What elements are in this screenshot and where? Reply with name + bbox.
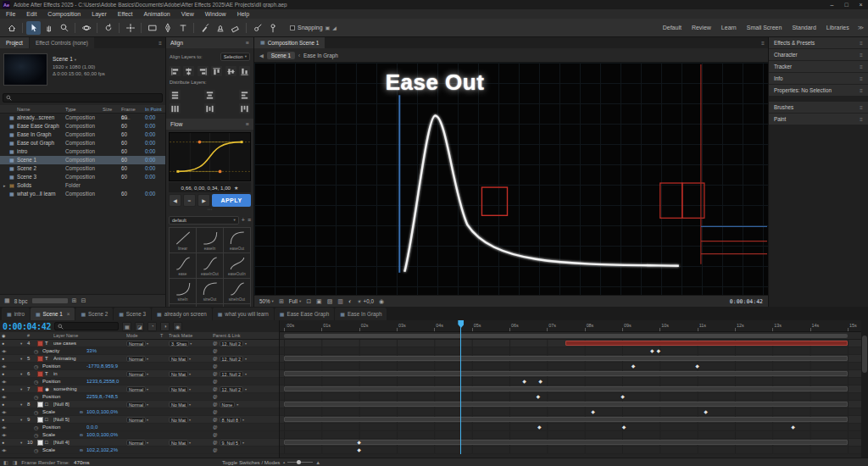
- timeline-layer-row[interactable]: ● ▾ 9 □ [Null 5] Normal▾ No Mat▾ @8. Nul…: [0, 416, 279, 424]
- property-value[interactable]: 33%: [86, 348, 213, 353]
- layer-visibility-icon[interactable]: ●: [2, 386, 20, 391]
- clone-stamp-tool[interactable]: [213, 21, 227, 35]
- comp-timecode[interactable]: 0:00:04:42: [730, 298, 763, 305]
- pick-whip-icon[interactable]: @: [213, 447, 218, 452]
- pick-whip-icon[interactable]: @: [213, 432, 218, 437]
- track-matte-dropdown[interactable]: No Mat▾: [169, 402, 213, 408]
- timeline-zoom-slider[interactable]: ▴ ▲: [283, 460, 320, 465]
- layer-duration-bar[interactable]: [565, 341, 847, 346]
- cursor-tool[interactable]: [26, 21, 41, 35]
- rotate-tool[interactable]: [101, 21, 115, 35]
- property-value[interactable]: 100,0,100,0%: [86, 432, 213, 437]
- timeline-lane[interactable]: ◆: [280, 439, 861, 447]
- pick-whip-icon[interactable]: @: [213, 379, 218, 384]
- distribute-top-button[interactable]: [170, 90, 181, 100]
- panel-menu-icon[interactable]: ≡: [246, 119, 249, 130]
- timeline-property-row[interactable]: ‹◆› ◷ Opacity 33% @: [0, 347, 279, 355]
- panel-character[interactable]: Character≡: [769, 49, 868, 60]
- motion-blur-button[interactable]: ◉: [173, 322, 182, 331]
- expander-icon[interactable]: ▾: [20, 402, 27, 407]
- timeline-lane[interactable]: [280, 431, 861, 439]
- property-value[interactable]: 2259,8,-748,5: [86, 394, 213, 399]
- keyframe-navigator[interactable]: ‹◆›: [2, 380, 20, 384]
- mode-dropdown[interactable]: Normal▾: [126, 356, 160, 362]
- panel-info[interactable]: Info≡: [769, 73, 868, 84]
- timeline-property-row[interactable]: ‹◆› ◷ Position 1233,6,2558,0 @: [0, 378, 279, 386]
- breadcrumb-scene[interactable]: Scene 1: [267, 52, 295, 59]
- timeline-scrollbar[interactable]: [861, 320, 868, 458]
- property-name[interactable]: Scale: [42, 409, 80, 414]
- align-panel-header[interactable]: Align ≡: [166, 37, 253, 48]
- timeline-lane[interactable]: ◆◆: [280, 408, 861, 416]
- project-item-row[interactable]: ▦ intro Composition 60 0:00: [0, 147, 165, 156]
- keyframe-icon[interactable]: ◆: [704, 408, 708, 416]
- layer-duration-bar[interactable]: [284, 402, 848, 407]
- property-pickwhip[interactable]: @: [213, 363, 279, 369]
- composition-mini-flowchart-button[interactable]: ▦: [122, 322, 131, 331]
- project-item-row[interactable]: ▦ Scene 3 Composition 60 0:00: [0, 173, 165, 181]
- align-bottom-button[interactable]: [239, 66, 250, 76]
- parent-link-dropdown[interactable]: @12. Null 2▾: [213, 341, 279, 347]
- project-item-row[interactable]: ▦ Ease In Graph Composition 60 0:00: [0, 130, 165, 139]
- property-pickwhip[interactable]: @: [213, 379, 279, 384]
- column-inpoint[interactable]: In Point: [145, 105, 165, 113]
- workspace-review[interactable]: Review: [692, 25, 711, 31]
- keyframe-navigator[interactable]: ‹◆›: [2, 410, 20, 414]
- project-flowchart-icon[interactable]: ▦: [4, 297, 10, 304]
- timeline-property-row[interactable]: ‹◆› ◷ Position -1770,8,959,9 @: [0, 363, 279, 370]
- layer-name[interactable]: [Null 8]: [53, 402, 126, 407]
- timeline-tab-intro[interactable]: ▦intro: [2, 308, 30, 320]
- property-pickwhip[interactable]: @: [213, 432, 279, 437]
- keyframe-icon[interactable]: ◆: [695, 363, 699, 370]
- choose-grid-icon[interactable]: ⊞: [279, 298, 284, 305]
- layer-name[interactable]: [Null 4]: [53, 440, 126, 445]
- flow-preset-sineout[interactable]: sineOut: [197, 279, 224, 304]
- keyframe-icon[interactable]: ◆: [357, 447, 361, 454]
- composition-tab[interactable]: ▦ Composition Scene 1: [254, 37, 325, 48]
- snapshot-icon[interactable]: ◉: [379, 298, 384, 305]
- panel-tracker[interactable]: Tracker≡: [769, 61, 868, 72]
- brush-tool[interactable]: [198, 21, 212, 35]
- keyframe-icon[interactable]: ◆: [632, 363, 636, 370]
- resolution-dropdown[interactable]: Full▾: [289, 298, 301, 304]
- track-matte-dropdown[interactable]: No Mat▾: [169, 417, 213, 423]
- panel-paint[interactable]: Paint≡: [769, 114, 868, 125]
- property-pickwhip[interactable]: @: [213, 409, 279, 414]
- workspace-default[interactable]: Default: [663, 25, 682, 31]
- preset-menu-icon[interactable]: ≡: [248, 217, 251, 223]
- layer-duration-bar[interactable]: [284, 440, 848, 445]
- home-tool[interactable]: [4, 21, 19, 35]
- timeline-lane[interactable]: [280, 340, 861, 347]
- bezier-values-bar[interactable]: 0,66, 0,00, 0,34, 1,00 ★: [169, 182, 251, 192]
- flow-preset-sineinout[interactable]: sineInOut: [224, 279, 251, 304]
- draft-3d-button[interactable]: ◪: [135, 322, 144, 331]
- project-item-row[interactable]: ▦ Scene 1 Composition 60 0:00: [0, 156, 165, 164]
- property-value[interactable]: 102,2,102,2%: [86, 447, 213, 452]
- pan-behind-tool[interactable]: [123, 21, 137, 35]
- property-pickwhip[interactable]: @: [213, 447, 279, 452]
- pick-whip-icon[interactable]: @: [213, 424, 218, 430]
- delete-icon[interactable]: ⊟: [81, 297, 86, 304]
- mode-dropdown[interactable]: Normal▾: [126, 386, 160, 392]
- column-size[interactable]: Size: [103, 105, 121, 113]
- timeline-property-row[interactable]: ‹◆› ◷ Scale ∞ 102,2,102,2% @: [0, 447, 279, 454]
- layer-duration-bar[interactable]: [284, 417, 848, 422]
- timeline-layer-row[interactable]: ● ▾ 8 □ [Null 8] Normal▾ No Mat▾ @None▾: [0, 401, 279, 408]
- panel-menu-icon[interactable]: ≡: [860, 116, 863, 122]
- bezier-handle[interactable]: [219, 169, 222, 173]
- menu-window[interactable]: Window: [205, 11, 226, 17]
- zoom-slider-track[interactable]: [287, 462, 313, 463]
- distribute-vertical-center-button[interactable]: [204, 90, 215, 100]
- close-tab-icon[interactable]: ×: [67, 311, 70, 317]
- layer-color-swatch[interactable]: [37, 417, 43, 423]
- exposure-control[interactable]: ☀+0,0: [357, 298, 374, 304]
- keyframe-navigator[interactable]: ‹◆›: [2, 349, 20, 353]
- property-name[interactable]: Scale: [42, 447, 80, 452]
- keyframe-navigator[interactable]: ‹◆›: [2, 425, 20, 430]
- stopwatch-icon[interactable]: ◷: [34, 447, 42, 453]
- panel-menu-icon[interactable]: ≡: [860, 52, 863, 58]
- expander-icon[interactable]: ▾: [20, 357, 27, 361]
- timeline-layer-row[interactable]: ● ▾ 4 T use cases Normal▾ 3. Shap▾ @12. …: [0, 340, 279, 347]
- timeline-property-row[interactable]: ‹◆› ◷ Position 0,0,0 @: [0, 424, 279, 431]
- keyframe-icon[interactable]: ◆: [357, 439, 361, 447]
